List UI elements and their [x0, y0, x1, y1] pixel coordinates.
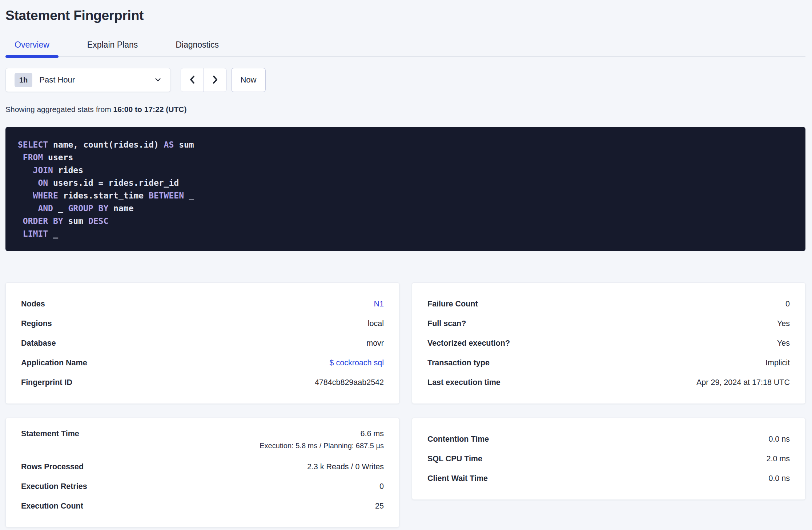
row-label: Fingerprint ID: [21, 378, 72, 387]
row-label: Failure Count: [427, 300, 478, 309]
time-range-dropdown[interactable]: 1h Past Hour: [5, 68, 171, 92]
sql-text: name, count(rides.id): [48, 140, 164, 149]
row-value: local: [368, 319, 384, 328]
card-row: Databasemovr: [21, 333, 384, 353]
cards-grid: NodesN1RegionslocalDatabasemovrApplicati…: [5, 282, 805, 527]
row-label: Execution Retries: [21, 482, 87, 491]
row-label: Database: [21, 339, 56, 348]
sql-text: [18, 204, 38, 213]
row-label: Execution Count: [21, 502, 83, 511]
sql-text: [18, 165, 33, 175]
tab-overview[interactable]: Overview: [5, 40, 59, 56]
row-value-link[interactable]: N1: [374, 300, 384, 309]
row-subvalue: Execution: 5.8 ms / Planning: 687.5 µs: [260, 442, 384, 450]
row-value: 25: [375, 502, 384, 511]
row-value-wrap: Yes: [777, 319, 790, 328]
sql-text: _: [53, 204, 68, 213]
row-value-wrap: Implicit: [765, 358, 790, 368]
row-value-wrap: 0: [785, 300, 790, 309]
card-row: Full scan?Yes: [427, 314, 790, 333]
card-row: Application Name$ cockroach sql: [21, 353, 384, 373]
sql-text: [18, 178, 38, 188]
sql-text: [18, 216, 23, 226]
sql-text: [18, 153, 23, 162]
card-row: Regionslocal: [21, 314, 384, 333]
row-value-wrap: N1: [374, 300, 384, 309]
row-value-wrap: 4784cb829aab2542: [315, 378, 384, 387]
sql-keyword: ON: [38, 178, 48, 188]
row-value-wrap: 25: [375, 502, 384, 511]
sql-text: sum: [174, 140, 194, 149]
row-value: Yes: [777, 319, 790, 328]
row-label: Last execution time: [427, 378, 501, 387]
sql-statement-box: SELECT name, count(rides.id) AS sum FROM…: [5, 127, 805, 251]
tab-diagnostics[interactable]: Diagnostics: [166, 40, 228, 56]
sql-text: [18, 191, 33, 200]
card-row: Transaction typeImplicit: [427, 353, 790, 373]
card-row: Rows Processed2.3 k Reads / 0 Writes: [21, 457, 384, 477]
stats-line-prefix: Showing aggregated stats from: [5, 105, 113, 113]
row-value-wrap: 6.6 msExecution: 5.8 ms / Planning: 687.…: [260, 429, 384, 450]
sql-keyword: FROM: [23, 153, 43, 162]
tab-explain-plans[interactable]: Explain Plans: [78, 40, 147, 56]
row-value-wrap: 0.0 ns: [768, 435, 790, 444]
time-range-badge: 1h: [15, 73, 32, 87]
sql-keyword: WHERE: [33, 191, 58, 200]
card-row: Last execution timeApr 29, 2024 at 17:18…: [427, 373, 790, 392]
sql-keyword: JOIN: [33, 165, 53, 175]
prev-time-button[interactable]: [181, 68, 204, 92]
sql-text: rides: [53, 165, 83, 175]
row-value-wrap: 0.0 ns: [768, 474, 790, 483]
row-value-link[interactable]: $ cockroach sql: [330, 358, 384, 368]
sql-keyword: SELECT: [18, 140, 48, 149]
row-value-wrap: movr: [366, 339, 384, 348]
card-row: NodesN1: [21, 294, 384, 314]
card-row: Fingerprint ID4784cb829aab2542: [21, 373, 384, 392]
execution-attributes-card: Failure Count0Full scan?YesVectorized ex…: [412, 282, 805, 404]
row-value-wrap: Apr 29, 2024 at 17:18 UTC: [696, 378, 790, 387]
sql-text: _: [184, 191, 194, 200]
time-controls: 1h Past Hour Now: [5, 68, 805, 92]
sql-keyword: AND: [38, 204, 53, 213]
row-value: 6.6 ms: [360, 429, 384, 438]
card-row: SQL CPU Time2.0 ms: [427, 449, 790, 469]
row-value: Yes: [777, 339, 790, 348]
card-row: Client Wait Time0.0 ns: [427, 469, 790, 488]
row-label: Application Name: [21, 358, 87, 368]
card-row: Execution Retries0: [21, 477, 384, 496]
sql-text: name: [108, 204, 133, 213]
row-value-wrap: 0: [379, 482, 384, 491]
row-label: Client Wait Time: [427, 474, 488, 483]
chevron-left-icon: [188, 74, 197, 87]
row-value: 0.0 ns: [768, 435, 790, 444]
sql-keyword: AS: [164, 140, 174, 149]
sql-text: rides.start_time: [58, 191, 149, 200]
card-row: Statement Time6.6 msExecution: 5.8 ms / …: [21, 429, 384, 457]
sql-keyword: BETWEEN: [149, 191, 184, 200]
sql-text: _: [48, 229, 58, 238]
row-label: Vectorized execution?: [427, 339, 510, 348]
next-time-button[interactable]: [204, 68, 226, 92]
row-value-wrap: $ cockroach sql: [330, 358, 384, 368]
row-value-wrap: 2.3 k Reads / 0 Writes: [307, 462, 384, 471]
sql-text: users: [43, 153, 73, 162]
row-label: Statement Time: [21, 429, 79, 438]
row-value: 0: [785, 300, 790, 309]
row-value: 0: [379, 482, 384, 491]
sql-keyword: GROUP BY: [68, 204, 108, 213]
aggregated-stats-line: Showing aggregated stats from 16:00 to 1…: [5, 105, 805, 114]
row-label: Full scan?: [427, 319, 466, 328]
sql-keyword: ORDER BY: [23, 216, 63, 226]
sql-text: [18, 229, 23, 238]
statement-times-card: Statement Time6.6 msExecution: 5.8 ms / …: [5, 418, 399, 527]
statement-fingerprint-page: Statement Fingerprint OverviewExplain Pl…: [0, 0, 812, 527]
page-title: Statement Fingerprint: [5, 8, 805, 23]
now-button[interactable]: Now: [231, 68, 266, 92]
row-label: SQL CPU Time: [427, 454, 482, 463]
tab-bar: OverviewExplain PlansDiagnostics: [5, 40, 805, 57]
row-value: 4784cb829aab2542: [315, 378, 384, 387]
statement-details-card: NodesN1RegionslocalDatabasemovrApplicati…: [5, 282, 399, 404]
sql-keyword: LIMIT: [23, 229, 48, 238]
card-row: Failure Count0: [427, 294, 790, 314]
row-value: 0.0 ns: [768, 474, 790, 483]
